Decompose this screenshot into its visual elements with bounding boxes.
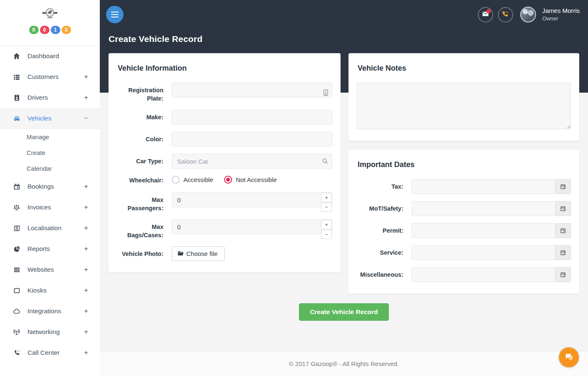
user-block[interactable]: James Morris Owner	[542, 7, 580, 22]
list-icon	[12, 73, 21, 81]
expand-plus: +	[84, 93, 88, 102]
sidebar-subitem-manage[interactable]: Manage	[0, 129, 100, 145]
decrement-button[interactable]: −	[321, 203, 332, 212]
sidebar-item-label: Websites	[27, 266, 54, 273]
sidebar-item-bookings[interactable]: Bookings +	[0, 176, 100, 197]
mot-date-row: MoT/Safety:	[357, 201, 571, 216]
miscellaneous-label: Miscellaneous:	[357, 267, 403, 282]
vehicle-photo-label: Vehicle Photo:	[117, 246, 163, 261]
max-bags-input[interactable]	[172, 219, 332, 234]
footer: © 2017 Gazoop® - All Rights Reserved.	[100, 351, 588, 376]
miscellaneous-datepicker-button[interactable]	[555, 267, 571, 282]
cloud-icon	[12, 307, 21, 315]
wheelchair-accessible-radio[interactable]: Accessible	[172, 176, 213, 184]
sidebar-item-reports[interactable]: Reports +	[0, 238, 100, 259]
mot-datepicker-button[interactable]	[555, 201, 571, 216]
sidebar-item-label: Customers	[27, 73, 59, 81]
user-role: Owner	[542, 15, 580, 22]
expand-plus: +	[84, 73, 88, 81]
sidebar-subitem-calendar[interactable]: Calendar	[0, 160, 100, 176]
radio-label: Accessible	[183, 176, 213, 183]
sidebar-item-vehicles[interactable]: Vehicles −	[0, 108, 100, 129]
sidebar-menu: Dashboard Customers + Drivers +	[0, 46, 100, 363]
vehicle-notes-textarea[interactable]	[357, 83, 571, 129]
tax-datepicker-button[interactable]	[555, 179, 571, 194]
expand-plus: +	[84, 349, 88, 357]
hamburger-icon	[111, 12, 119, 12]
live-chat-button[interactable]	[559, 347, 579, 367]
calendar-icon	[560, 272, 566, 278]
max-bags-row: Max Bags/Cases: + −	[117, 219, 332, 239]
status-badge-orange[interactable]: 3	[62, 26, 71, 34]
sidebar-item-invoices[interactable]: Invoices +	[0, 197, 100, 218]
tax-date-input[interactable]	[412, 179, 555, 194]
gazoop-emblem-logo	[41, 14, 59, 21]
make-input[interactable]	[172, 110, 332, 125]
sidebar-item-call-center[interactable]: Call Center +	[0, 342, 100, 363]
status-badge-green[interactable]: 0	[29, 26, 39, 34]
miscellaneous-date-input[interactable]	[412, 267, 555, 282]
vehicle-notes-card: Vehicle Notes	[348, 53, 579, 141]
car-type-input[interactable]	[172, 154, 332, 169]
increment-button[interactable]: +	[321, 193, 332, 202]
decrement-button[interactable]: −	[321, 230, 332, 239]
expand-minus: −	[84, 114, 88, 123]
status-badge-blue[interactable]: 1	[51, 26, 60, 34]
card-title: Vehicle Information	[118, 64, 331, 73]
sidebar-item-label: Kiosks	[27, 287, 47, 294]
main-area: James Morris Owner Create Vehicle Record…	[100, 0, 588, 376]
increment-button[interactable]: +	[321, 220, 332, 229]
notification-dot	[487, 9, 491, 13]
submit-row: Create Vehicle Record	[109, 303, 579, 321]
messages-button[interactable]	[478, 7, 493, 22]
sidebar-item-kiosks[interactable]: Kiosks +	[0, 280, 100, 301]
sidebar-subitem-create[interactable]: Create	[0, 145, 100, 160]
home-icon	[12, 52, 21, 60]
page-title: Create Vehicle Record	[109, 34, 588, 44]
tax-label: Tax:	[357, 179, 403, 194]
calendar-icon	[560, 228, 566, 233]
choose-file-button[interactable]: Choose file	[172, 246, 225, 261]
sidebar-item-label: Networking	[27, 328, 60, 336]
sidebar-item-drivers[interactable]: Drivers +	[0, 87, 100, 108]
max-passengers-row: Max Passengers: + −	[117, 192, 332, 212]
sidebar-item-label: Drivers	[27, 94, 48, 101]
sidebar-item-label: Bookings	[27, 183, 54, 190]
card-title: Vehicle Notes	[358, 64, 570, 73]
app-screen: 0 0 1 3 Dashboard Customers +	[0, 0, 588, 376]
sidebar-item-dashboard[interactable]: Dashboard	[0, 46, 100, 66]
sidebar-item-label: Integrations	[27, 307, 61, 315]
calendar-icon	[560, 206, 566, 211]
max-bags-label: Max Bags/Cases:	[117, 219, 163, 239]
service-label: Service:	[357, 245, 403, 260]
service-date-input[interactable]	[412, 245, 555, 260]
permit-date-input[interactable]	[412, 223, 555, 238]
mot-date-input[interactable]	[412, 201, 555, 216]
registration-plate-input[interactable]	[172, 83, 332, 98]
sidebar-toggle-button[interactable]	[106, 6, 124, 23]
sidebar-item-integrations[interactable]: Integrations +	[0, 301, 100, 322]
color-input[interactable]	[172, 132, 332, 147]
wheelchair-not-accessible-radio[interactable]: Not Accessible	[224, 176, 277, 184]
max-passengers-input[interactable]	[172, 192, 332, 207]
sidebar-item-label: Vehicles	[27, 115, 52, 122]
user-avatar[interactable]	[520, 7, 536, 22]
sidebar-item-websites[interactable]: Websites +	[0, 259, 100, 280]
calls-button[interactable]	[498, 7, 513, 22]
make-row: Make:	[117, 110, 332, 125]
service-datepicker-button[interactable]	[555, 245, 571, 260]
create-vehicle-record-button[interactable]: Create Vehicle Record	[299, 303, 389, 321]
permit-datepicker-button[interactable]	[555, 223, 571, 238]
calendar-icon	[12, 183, 21, 190]
car-icon	[12, 115, 21, 123]
radio-label: Not Accessible	[236, 176, 277, 183]
sidebar-item-customers[interactable]: Customers +	[0, 66, 100, 87]
sidebar-item-networking[interactable]: Networking +	[0, 322, 100, 342]
plate-input-icon	[323, 89, 329, 96]
sidebar-item-localisation[interactable]: Localisation +	[0, 218, 100, 238]
copyright-text: © 2017 Gazoop® - All Rights Reserved.	[289, 360, 399, 367]
color-label: Color:	[117, 132, 163, 147]
expand-plus: +	[84, 203, 88, 211]
sidebar-item-label: Invoices	[27, 204, 51, 211]
status-badge-red[interactable]: 0	[40, 26, 49, 34]
